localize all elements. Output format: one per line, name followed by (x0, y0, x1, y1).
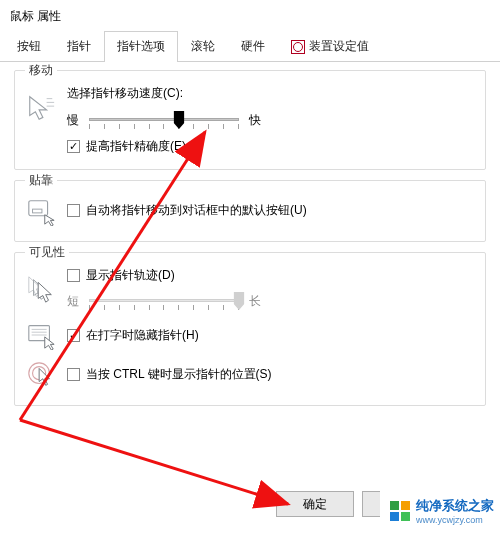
ok-button[interactable]: 确定 (276, 491, 354, 517)
checkbox-icon (67, 140, 80, 153)
checkbox-icon (67, 368, 80, 381)
pointer-speed-icon (25, 92, 57, 124)
snap-icon (25, 195, 57, 227)
tab-pointer[interactable]: 指针 (54, 31, 104, 61)
speed-fast-label: 快 (249, 112, 261, 129)
trail-short-label: 短 (67, 293, 79, 310)
checkbox-icon (67, 269, 80, 282)
watermark-url: www.ycwjzy.com (416, 515, 494, 525)
device-settings-icon (291, 40, 305, 54)
svg-rect-0 (29, 201, 48, 216)
group-visibility: 可见性 显示指针轨迹(D) 短 (14, 252, 486, 406)
tab-wheel[interactable]: 滚轮 (178, 31, 228, 61)
window-title: 鼠标 属性 (0, 0, 500, 31)
group-visibility-title: 可见性 (25, 244, 69, 261)
watermark-icon (390, 501, 410, 521)
pointer-speed-slider[interactable] (89, 110, 239, 130)
snap-default-button-checkbox[interactable]: 自动将指针移动到对话框中的默认按钮(U) (67, 202, 307, 219)
pointer-speed-label: 选择指针移动速度(C): (67, 85, 475, 102)
checkbox-icon (67, 329, 80, 342)
hide-typing-icon (25, 319, 57, 351)
group-motion-title: 移动 (25, 62, 57, 79)
group-snap-title: 贴靠 (25, 172, 57, 189)
checkbox-icon (67, 204, 80, 217)
tab-hardware[interactable]: 硬件 (228, 31, 278, 61)
watermark-text: 纯净系统之家 (416, 497, 494, 515)
svg-rect-1 (33, 209, 42, 213)
content: 移动 选择指针移动速度(C): 慢 快 (0, 62, 500, 486)
enhance-precision-checkbox[interactable]: 提高指针精确度(E) (67, 138, 186, 155)
ctrl-locate-icon (25, 359, 57, 391)
cancel-button-partial[interactable] (362, 491, 380, 517)
group-motion: 移动 选择指针移动速度(C): 慢 快 (14, 70, 486, 170)
ctrl-locate-checkbox[interactable]: 当按 CTRL 键时显示指针的位置(S) (67, 366, 272, 383)
show-trails-checkbox[interactable]: 显示指针轨迹(D) (67, 267, 175, 284)
tab-device-settings[interactable]: 装置设定值 (278, 31, 382, 61)
hide-typing-checkbox[interactable]: 在打字时隐藏指针(H) (67, 327, 199, 344)
trails-icon (25, 273, 57, 305)
tabs: 按钮 指针 指针选项 滚轮 硬件 装置设定值 (0, 31, 500, 62)
tab-pointer-options[interactable]: 指针选项 (104, 31, 178, 62)
tab-buttons[interactable]: 按钮 (4, 31, 54, 61)
trail-long-label: 长 (249, 293, 261, 310)
speed-slow-label: 慢 (67, 112, 79, 129)
group-snap: 贴靠 自动将指针移动到对话框中的默认按钮(U) (14, 180, 486, 242)
trail-length-slider (89, 291, 239, 311)
watermark: 纯净系统之家 www.ycwjzy.com (390, 497, 494, 525)
dialog-buttons: 确定 (276, 491, 380, 517)
